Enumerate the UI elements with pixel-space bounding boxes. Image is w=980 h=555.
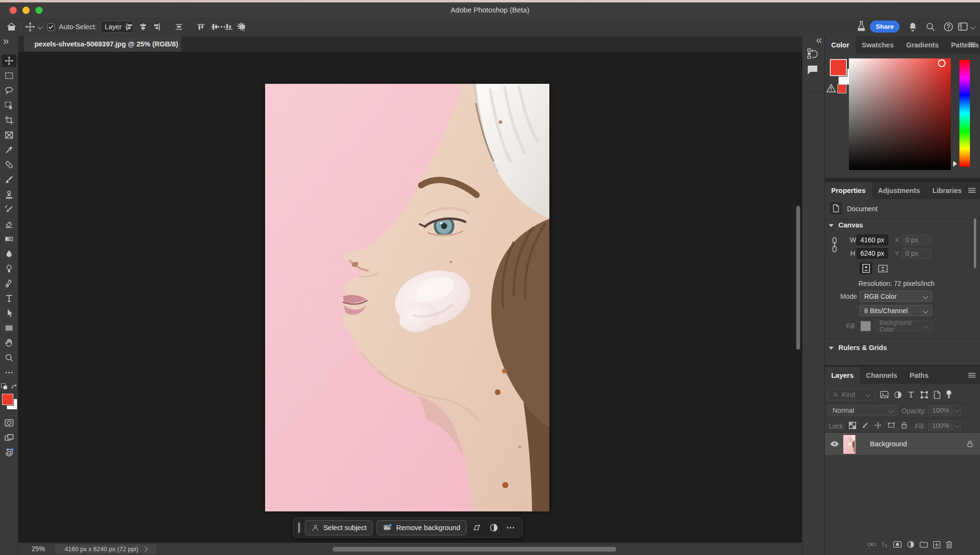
hue-slider[interactable] bbox=[959, 60, 970, 167]
layer-lock-badge[interactable] bbox=[967, 440, 973, 448]
history-panel-button[interactable] bbox=[806, 47, 819, 60]
search-button[interactable] bbox=[925, 22, 936, 33]
eraser-tool[interactable] bbox=[2, 218, 16, 230]
fill-field[interactable]: 100% bbox=[928, 420, 952, 431]
collapse-triangle-icon[interactable] bbox=[829, 347, 834, 350]
new-layer-button[interactable] bbox=[933, 541, 941, 549]
panel-menu-icon[interactable] bbox=[968, 188, 976, 193]
tab-properties[interactable]: Properties bbox=[825, 182, 872, 199]
edit-toolbar-button[interactable] bbox=[2, 366, 16, 379]
canvas-y-field[interactable]: 0 px bbox=[902, 248, 931, 259]
zoom-tool[interactable] bbox=[2, 351, 16, 364]
lasso-tool[interactable] bbox=[2, 84, 16, 97]
select-subject-button[interactable]: Select subject bbox=[305, 520, 373, 535]
adjustments-button[interactable] bbox=[487, 521, 500, 535]
filter-shape-icon[interactable] bbox=[920, 390, 929, 399]
rulers-grids-section-header[interactable]: Rulers & Grids bbox=[838, 344, 887, 351]
marquee-tool[interactable] bbox=[2, 69, 16, 82]
double-chevron-right-icon[interactable] bbox=[2, 38, 10, 45]
link-dimensions-icon[interactable] bbox=[831, 237, 838, 253]
gamut-warning-icon[interactable] bbox=[826, 84, 836, 93]
blur-tool[interactable] bbox=[2, 248, 16, 260]
distribute-horizontal-icon[interactable] bbox=[174, 22, 184, 32]
clone-stamp-tool[interactable] bbox=[2, 188, 16, 201]
layer-styles-button[interactable] bbox=[880, 541, 889, 549]
healing-brush-tool[interactable] bbox=[2, 159, 16, 171]
object-selection-tool[interactable] bbox=[2, 99, 16, 112]
opacity-field[interactable]: 100% bbox=[928, 405, 952, 416]
tab-layers[interactable]: Layers bbox=[825, 367, 860, 384]
canvas-width-field[interactable]: 4160 px bbox=[857, 235, 888, 245]
fill-dropdown[interactable]: Background Color bbox=[875, 320, 932, 331]
gamut-color-swatch[interactable] bbox=[837, 84, 846, 93]
color-picker-ring[interactable] bbox=[938, 59, 946, 67]
add-layer-mask-button[interactable] bbox=[893, 541, 902, 548]
orientation-landscape-button[interactable] bbox=[876, 262, 889, 274]
shape-tool[interactable] bbox=[2, 322, 16, 334]
workspace-switcher-button[interactable] bbox=[957, 22, 975, 32]
canvas-area[interactable]: Select subject Remove background bbox=[18, 52, 802, 543]
move-tool-preset[interactable] bbox=[25, 22, 42, 32]
tab-libraries[interactable]: Libraries bbox=[926, 182, 968, 199]
crop-tool[interactable] bbox=[2, 114, 16, 126]
layer-name[interactable]: Background bbox=[870, 440, 907, 448]
document-info[interactable]: 4160 px x 6240 px (72 ppi) bbox=[55, 544, 156, 554]
lock-position-button[interactable] bbox=[873, 420, 883, 430]
layer-filter-dropdown[interactable]: Kind bbox=[828, 389, 875, 400]
align-right-edges-icon[interactable] bbox=[152, 22, 162, 32]
lock-transparency-button[interactable] bbox=[847, 420, 858, 430]
tab-gradients[interactable]: Gradients bbox=[900, 36, 945, 54]
color-mode-dropdown[interactable]: RGB Color bbox=[859, 291, 932, 302]
share-button[interactable]: Share bbox=[870, 21, 900, 33]
opacity-scrubber[interactable] bbox=[953, 405, 961, 416]
filter-smart-object-icon[interactable] bbox=[933, 390, 941, 399]
eyedropper-tool[interactable] bbox=[2, 144, 16, 156]
panel-menu-icon[interactable] bbox=[968, 373, 976, 378]
dodge-tool[interactable] bbox=[2, 262, 16, 275]
tab-swatches[interactable]: Swatches bbox=[856, 36, 900, 54]
canvas-section-header[interactable]: Canvas bbox=[838, 221, 863, 229]
orientation-portrait-button[interactable] bbox=[859, 262, 872, 274]
canvas-height-field[interactable]: 6240 px bbox=[857, 248, 888, 259]
pen-tool[interactable] bbox=[2, 277, 16, 290]
align-top-edges-icon[interactable] bbox=[196, 22, 206, 32]
properties-scrollbar[interactable] bbox=[974, 218, 976, 268]
lock-artboard-button[interactable] bbox=[886, 420, 896, 430]
foreground-background-swatches[interactable] bbox=[1, 394, 17, 413]
double-chevron-left-icon[interactable] bbox=[815, 37, 823, 44]
quick-mask-button[interactable] bbox=[2, 417, 16, 429]
align-horizontal-centers-icon[interactable] bbox=[138, 22, 148, 32]
share-feedback-button[interactable] bbox=[2, 446, 16, 459]
beta-features-button[interactable] bbox=[856, 21, 867, 33]
history-brush-tool[interactable] bbox=[2, 203, 16, 215]
link-layers-button[interactable] bbox=[867, 541, 876, 548]
tab-adjustments[interactable]: Adjustments bbox=[872, 182, 926, 199]
new-group-button[interactable] bbox=[919, 541, 928, 548]
hue-slider-thumb[interactable] bbox=[953, 161, 957, 167]
layer-row-background[interactable]: Background bbox=[825, 433, 980, 455]
workspace-settings-button[interactable] bbox=[235, 22, 246, 33]
document-tab[interactable]: pexels-shvetsa-5069397.jpg @ 25% (RGB/8) bbox=[24, 36, 181, 52]
taskbar-drag-handle[interactable] bbox=[298, 522, 300, 533]
tab-channels[interactable]: Channels bbox=[860, 367, 903, 384]
filter-type-icon[interactable] bbox=[907, 390, 915, 399]
help-button[interactable] bbox=[943, 21, 954, 33]
brush-tool[interactable] bbox=[2, 173, 16, 186]
swap-colors-button[interactable] bbox=[1, 383, 17, 391]
home-button[interactable] bbox=[6, 21, 17, 33]
filter-image-icon[interactable] bbox=[880, 390, 889, 399]
type-tool[interactable] bbox=[2, 292, 16, 305]
tab-paths[interactable]: Paths bbox=[903, 367, 935, 384]
collapse-triangle-icon[interactable] bbox=[829, 224, 834, 227]
hand-tool[interactable] bbox=[2, 337, 16, 349]
notifications-button[interactable] bbox=[907, 21, 918, 33]
canvas-vertical-scrollbar[interactable] bbox=[796, 206, 800, 350]
fill-scrubber[interactable] bbox=[953, 420, 961, 431]
screen-mode-button[interactable] bbox=[2, 431, 16, 444]
panel-menu-icon[interactable] bbox=[968, 42, 976, 48]
layer-visibility-toggle[interactable] bbox=[830, 441, 839, 447]
align-left-edges-icon[interactable] bbox=[124, 22, 134, 32]
foreground-color-swatch[interactable] bbox=[830, 59, 847, 76]
foreground-color-swatch[interactable] bbox=[2, 394, 13, 405]
canvas-x-field[interactable]: 0 px bbox=[902, 235, 931, 245]
